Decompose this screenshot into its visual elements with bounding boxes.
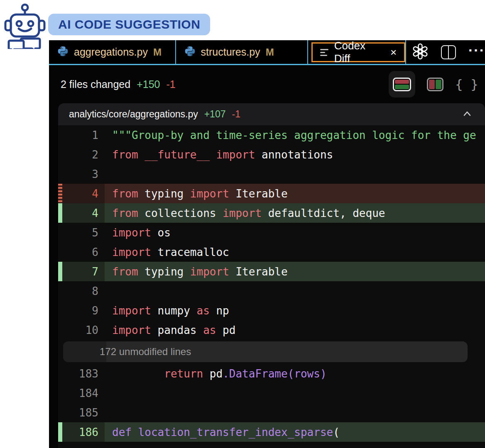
- openai-logo-icon[interactable]: [412, 43, 429, 61]
- python-icon: [184, 46, 196, 58]
- tab-divider: [405, 40, 406, 64]
- ai-code-suggestion-badge: AI CODE SUGGESTION: [48, 14, 210, 35]
- tab-divider: [307, 40, 308, 64]
- gutter-marker: [58, 145, 62, 164]
- diff-row-context: 5import os: [58, 223, 485, 242]
- line-number: 186: [62, 422, 105, 442]
- line-number: 185: [62, 403, 105, 422]
- gutter-marker: [58, 164, 62, 184]
- code-line: def location_transfer_index_sparse(: [105, 422, 485, 442]
- tab-label: aggregations.py: [74, 46, 148, 58]
- diff-summary-bar: 2 files changed +150 -1 { }: [49, 65, 485, 103]
- diff-row-context: 184: [58, 383, 485, 403]
- gutter-marker: [58, 403, 62, 422]
- page: AI CODE SUGGESTION aggregations.py M: [0, 0, 485, 448]
- braces-icon[interactable]: { }: [455, 77, 478, 92]
- collapsed-lines-label: 172 unmodified lines: [100, 346, 191, 358]
- removed-gutter-marker: [58, 184, 62, 203]
- diff-summary-text: 2 files changed +150 -1: [61, 78, 176, 90]
- robot-mascot-icon: [2, 2, 47, 51]
- code-line: from __future__ import annotations: [105, 145, 485, 164]
- file-diff-header[interactable]: analytics/core/aggregations.py +107 -1: [58, 103, 485, 125]
- code-line: import tracemalloc: [105, 242, 485, 262]
- diff-list-icon: [320, 49, 328, 56]
- additions-count: +150: [137, 78, 160, 90]
- line-number: 4: [62, 203, 105, 223]
- added-gutter-marker: [58, 422, 62, 442]
- collapsed-lines-bar[interactable]: 172 unmodified lines: [63, 341, 468, 362]
- code-line: from collections import defaultdict, deq…: [105, 203, 485, 223]
- diff-rows: 1"""Group-by and time-series aggregation…: [58, 125, 485, 442]
- tab-bar: aggregations.py M structures.py M Codex …: [49, 40, 485, 65]
- code-line: return pd.DataFrame(rows): [105, 364, 485, 383]
- split-diff-view-icon[interactable]: [427, 78, 443, 91]
- code-line: import os: [105, 223, 485, 242]
- gutter-marker: [58, 223, 62, 242]
- diff-row-added: 7from typing import Iterable: [58, 262, 485, 281]
- diff-row-context: 10import pandas as pd: [58, 320, 485, 340]
- line-number: 3: [62, 164, 105, 184]
- python-icon: [57, 46, 69, 58]
- line-number: 2: [62, 145, 105, 164]
- code-line: from typing import Iterable: [105, 184, 485, 203]
- files-changed-label: 2 files changed: [61, 78, 130, 90]
- code-line: [105, 281, 485, 301]
- added-gutter-marker: [58, 262, 62, 281]
- diff-row-added: 4from collections import defaultdict, de…: [58, 203, 485, 223]
- gutter-marker: [58, 320, 62, 340]
- line-number: 10: [62, 320, 105, 340]
- line-number: 5: [62, 223, 105, 242]
- line-number: 8: [62, 281, 105, 301]
- editor-panel: aggregations.py M structures.py M Codex …: [49, 40, 485, 448]
- diff-row-context: 1"""Group-by and time-series aggregation…: [58, 125, 485, 145]
- gutter-marker: [58, 364, 62, 383]
- tab-structures[interactable]: structures.py M: [176, 40, 307, 64]
- file-diff-card: analytics/core/aggregations.py +107 -1 1…: [58, 103, 485, 448]
- line-number: 9: [62, 301, 105, 320]
- tabbar-actions: ···: [412, 40, 485, 64]
- code-line: import numpy as np: [105, 301, 485, 320]
- added-gutter-marker: [58, 203, 62, 223]
- diff-row-context: 9import numpy as np: [58, 301, 485, 320]
- close-icon[interactable]: ×: [389, 46, 397, 59]
- code-line: import pandas as pd: [105, 320, 485, 340]
- line-number: 7: [62, 262, 105, 281]
- tab-codex-diff[interactable]: Codex Diff ×: [311, 42, 405, 62]
- modified-badge: M: [266, 46, 274, 58]
- split-editor-icon[interactable]: [441, 45, 456, 59]
- diff-row-context: 183 return pd.DataFrame(rows): [58, 364, 485, 383]
- gutter-marker: [58, 242, 62, 262]
- code-line: """Group-by and time-series aggregation …: [105, 125, 485, 145]
- gutter-marker: [58, 383, 62, 403]
- modified-badge: M: [153, 46, 162, 58]
- diff-row-context: 185: [58, 403, 485, 422]
- more-actions-icon[interactable]: ···: [468, 43, 485, 61]
- code-line: [105, 164, 485, 184]
- diff-row-context: 8: [58, 281, 485, 301]
- line-number: 6: [62, 242, 105, 262]
- diff-view-controls: { }: [389, 71, 478, 97]
- line-number: 183: [62, 364, 105, 383]
- code-line: [105, 383, 485, 403]
- chevron-up-icon[interactable]: [462, 110, 473, 119]
- gutter-marker: [58, 125, 62, 145]
- tab-label: structures.py: [201, 46, 260, 58]
- line-number: 4: [62, 184, 105, 203]
- file-deletions: -1: [232, 109, 240, 120]
- unified-diff-view-button[interactable]: [389, 71, 415, 97]
- diff-row-added: 186def location_transfer_index_sparse(: [58, 422, 485, 442]
- gutter-marker: [58, 301, 62, 320]
- file-additions: +107: [204, 109, 226, 120]
- diff-row-context: 2from __future__ import annotations: [58, 145, 485, 164]
- tab-aggregations[interactable]: aggregations.py M: [49, 40, 175, 64]
- deletions-count: -1: [167, 78, 176, 90]
- tab-label: Codex Diff: [334, 39, 383, 65]
- line-number: 184: [62, 383, 105, 403]
- gutter-marker: [58, 281, 62, 301]
- code-line: [105, 403, 485, 422]
- diff-row-context: 3: [58, 164, 485, 184]
- line-number: 1: [62, 125, 105, 145]
- unified-diff-view-icon: [393, 78, 411, 91]
- code-line: from typing import Iterable: [105, 262, 485, 281]
- diff-row-removed: 4from typing import Iterable: [58, 184, 485, 203]
